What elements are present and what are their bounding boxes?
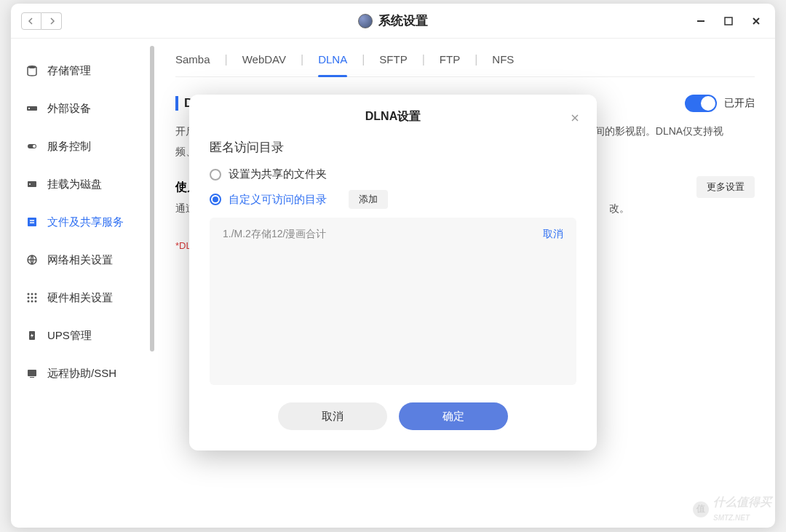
svg-point-14 — [28, 297, 30, 299]
sidebar-item-label: 外部设备 — [47, 102, 91, 116]
modal-close-button[interactable] — [568, 111, 582, 125]
toggle-wrap: 已开启 — [685, 95, 755, 112]
sidebar-item-mount[interactable]: 挂载为磁盘 — [11, 165, 149, 203]
tab-dlna[interactable]: DLNA — [318, 53, 347, 76]
external-icon — [25, 102, 39, 115]
window-title: 系统设置 — [378, 12, 428, 29]
directory-list: 1./M.2存储12/漫画合计 取消 — [210, 218, 576, 385]
remove-dir-button[interactable]: 取消 — [543, 228, 563, 241]
title-wrap: 系统设置 — [358, 12, 428, 29]
sidebar-item-label: 硬件相关设置 — [47, 291, 113, 305]
dlna-settings-modal: DLNA设置 匿名访问目录 设置为共享的文件夹 自定义可访问的目录 添加 1./… — [189, 95, 597, 450]
sidebar-item-label: 服务控制 — [47, 140, 91, 154]
nav-back-button[interactable] — [21, 12, 41, 30]
storage-icon — [25, 64, 39, 77]
toggle-label: 已开启 — [724, 97, 755, 110]
ssh-icon — [25, 367, 39, 380]
tab-nfs[interactable]: NFS — [492, 53, 514, 76]
maximize-button[interactable] — [720, 12, 737, 30]
cancel-button[interactable]: 取消 — [278, 402, 387, 430]
sidebar-item-share[interactable]: 文件及共享服务 — [11, 203, 149, 241]
sidebar-item-storage[interactable]: 存储管理 — [11, 52, 149, 90]
tab-ftp[interactable]: FTP — [440, 53, 460, 76]
watermark-text: 什么值得买SMTZ.NET — [713, 495, 771, 523]
modal-footer: 取消 确定 — [210, 402, 576, 430]
svg-rect-9 — [28, 218, 36, 226]
share-icon — [25, 215, 39, 229]
sidebar-item-ssh[interactable]: 远程协助/SSH — [11, 354, 149, 392]
titlebar: 系统设置 — [11, 4, 775, 39]
radio-custom-dir[interactable]: 自定义可访问的目录 添加 — [210, 190, 576, 209]
nav-forward-button[interactable] — [41, 12, 62, 30]
add-button[interactable]: 添加 — [349, 190, 388, 209]
sidebar: 存储管理 外部设备 服务控制 挂载为磁盘 文件及共享服务 网络相关设置 硬件相关… — [11, 39, 149, 528]
svg-rect-21 — [28, 370, 36, 376]
modal-section-title: 匿名访问目录 — [210, 139, 576, 156]
sidebar-item-label: 远程协助/SSH — [47, 367, 116, 381]
radio-icon — [210, 194, 221, 205]
sidebar-item-label: 网络相关设置 — [47, 253, 113, 267]
close-button[interactable] — [747, 12, 765, 30]
svg-rect-1 — [725, 17, 732, 25]
tabs: Samba| WebDAV| DLNA| SFTP| FTP| NFS — [175, 39, 755, 77]
svg-point-8 — [29, 183, 31, 185]
sidebar-item-service[interactable]: 服务控制 — [11, 127, 149, 165]
tab-sftp[interactable]: SFTP — [379, 53, 407, 76]
tab-webdav[interactable]: WebDAV — [242, 53, 286, 76]
svg-point-18 — [31, 301, 33, 303]
directory-item: 1./M.2存储12/漫画合计 取消 — [223, 228, 563, 241]
sidebar-item-ups[interactable]: UPS管理 — [11, 317, 149, 354]
radio-icon — [210, 169, 221, 180]
network-icon — [25, 253, 39, 266]
mount-icon — [25, 178, 39, 191]
dlna-toggle[interactable] — [685, 95, 717, 112]
radio-label: 设置为共享的文件夹 — [229, 167, 327, 181]
svg-point-2 — [28, 65, 36, 68]
sidebar-item-network[interactable]: 网络相关设置 — [11, 241, 149, 279]
sidebar-scrollbar[interactable] — [149, 39, 155, 528]
svg-point-13 — [35, 293, 37, 295]
more-settings-button[interactable]: 更多设置 — [696, 176, 755, 198]
svg-point-6 — [33, 145, 36, 148]
hardware-icon — [25, 291, 39, 304]
sidebar-item-external[interactable]: 外部设备 — [11, 90, 149, 127]
svg-point-19 — [35, 301, 37, 303]
sidebar-item-label: 挂载为磁盘 — [47, 178, 102, 191]
svg-rect-22 — [30, 377, 34, 378]
watermark: 值 什么值得买SMTZ.NET — [693, 495, 771, 523]
sidebar-item-label: 文件及共享服务 — [47, 215, 124, 229]
svg-point-11 — [28, 293, 30, 295]
svg-point-12 — [31, 293, 33, 295]
radio-label: 自定义可访问的目录 — [229, 193, 327, 207]
nav-arrows — [21, 12, 62, 30]
svg-rect-4 — [28, 108, 30, 109]
scrollbar-thumb[interactable] — [150, 46, 154, 352]
sidebar-item-label: 存储管理 — [47, 64, 91, 78]
ups-icon — [25, 329, 39, 342]
directory-path: 1./M.2存储12/漫画合计 — [223, 228, 326, 241]
svg-point-17 — [28, 301, 30, 303]
settings-app-icon — [358, 14, 373, 28]
minimize-button[interactable] — [692, 12, 710, 30]
svg-point-15 — [31, 297, 33, 299]
sidebar-item-hardware[interactable]: 硬件相关设置 — [11, 279, 149, 317]
modal-title: DLNA设置 — [210, 109, 576, 124]
service-icon — [25, 140, 39, 153]
radio-shared-folder[interactable]: 设置为共享的文件夹 — [210, 167, 576, 181]
svg-rect-7 — [28, 181, 36, 187]
ok-button[interactable]: 确定 — [399, 402, 508, 430]
window-controls — [692, 12, 765, 30]
svg-point-16 — [35, 297, 37, 299]
tab-samba[interactable]: Samba — [175, 53, 210, 76]
watermark-badge: 值 — [693, 501, 709, 517]
sidebar-item-label: UPS管理 — [47, 329, 92, 343]
